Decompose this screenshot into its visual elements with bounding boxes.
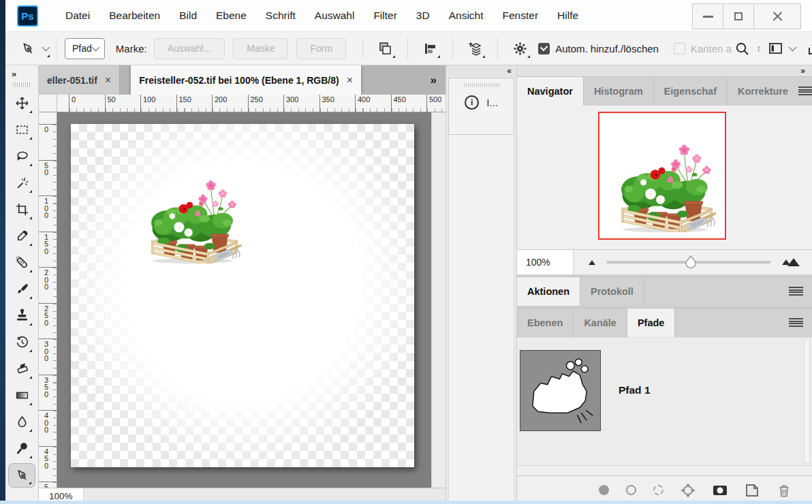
dodge-tool[interactable]: [8, 437, 35, 461]
menu-item[interactable]: Bearbeiten: [99, 0, 170, 31]
panel-dock: » Navigator Histogram Eigenschaf Korrekt…: [516, 65, 812, 504]
panel-menu-icon[interactable]: [789, 287, 803, 296]
arrange-layers-button[interactable]: [467, 41, 483, 57]
collapsed-dock-body: [448, 135, 514, 502]
healing-brush-tool[interactable]: [8, 251, 35, 275]
menu-item[interactable]: Ebene: [206, 0, 256, 31]
photoshop-window: Ps DateiBearbeitenBildEbeneSchriftAuswah…: [0, 0, 812, 504]
tab-ebenen[interactable]: Ebenen: [517, 309, 574, 337]
history-brush-tool[interactable]: [8, 330, 35, 355]
fill-path-button[interactable]: [599, 485, 609, 495]
auto-add-delete-checkbox[interactable]: [538, 43, 550, 54]
navigator-zoom-field[interactable]: 100%: [517, 250, 574, 274]
menu-item[interactable]: 3D: [407, 0, 439, 31]
minimize-button[interactable]: [692, 3, 723, 29]
document-tab-active[interactable]: Freisteller-052.tif bei 100% (Ebene 1, R…: [131, 65, 361, 95]
maximize-icon: [734, 12, 743, 20]
options-bar: Pfad Marke: Auswahl... Maske Form: [5, 32, 812, 65]
stroke-path-button[interactable]: [626, 485, 636, 495]
tab-histogram[interactable]: Histogram: [584, 77, 654, 106]
move-tool[interactable]: [8, 91, 35, 116]
toolbar-expand-button[interactable]: »: [5, 65, 21, 80]
document-tab[interactable]: eller-051.tif ×: [39, 65, 120, 95]
maximize-button[interactable]: [723, 3, 754, 29]
marquee-tool[interactable]: [8, 118, 35, 142]
ruler-number: 350: [39, 375, 57, 411]
chevron-down-icon: [92, 44, 99, 51]
brush-tool[interactable]: [8, 277, 35, 302]
workspace-button[interactable]: [768, 41, 794, 57]
blur-tool[interactable]: [8, 410, 35, 435]
tab-overflow-button[interactable]: »: [420, 74, 446, 87]
magic-wand-tool[interactable]: [8, 171, 35, 195]
pen-settings-gear-button[interactable]: [512, 41, 528, 57]
ruler-number: 400: [39, 410, 57, 446]
mask-from-path-button[interactable]: [713, 483, 728, 498]
pen-tool[interactable]: [8, 463, 35, 488]
tab-kanaele[interactable]: Kanäle: [574, 309, 627, 337]
tool-mode-select[interactable]: Pfad: [65, 38, 105, 59]
menu-item[interactable]: Datei: [56, 0, 99, 31]
path-list-item[interactable]: Pfad 1: [520, 345, 802, 435]
tab-protokoll[interactable]: Protokoll: [580, 277, 644, 306]
gradient-tool[interactable]: [8, 383, 35, 408]
path-align-button[interactable]: [422, 41, 438, 57]
paths-panel-tabs: Ebenen Kanäle Pfade: [517, 308, 812, 337]
tab-eigenschaften[interactable]: Eigenschaf: [654, 77, 728, 106]
tab-korrekturen[interactable]: Korrekture: [728, 77, 798, 106]
ruler-number: 500: [39, 482, 57, 488]
tab-navigator[interactable]: Navigator: [517, 77, 584, 106]
path-name[interactable]: Pfad 1: [619, 384, 651, 396]
load-selection-button[interactable]: [653, 485, 663, 495]
paths-scrollbar[interactable]: [804, 339, 810, 464]
stroke-path-icon: [626, 485, 636, 495]
menu-item[interactable]: Schrift: [256, 0, 305, 31]
vertical-scrollbar[interactable]: [431, 112, 446, 488]
crop-tool[interactable]: [8, 198, 35, 222]
separator: [452, 37, 453, 59]
panel-menu-icon[interactable]: [789, 318, 803, 328]
path-thumbnail[interactable]: [520, 350, 601, 431]
info-panel-button[interactable]: i I...: [465, 95, 498, 110]
path-operations-button[interactable]: [377, 41, 393, 57]
panel-menu-icon[interactable]: [798, 86, 812, 96]
tab-pfade[interactable]: Pfade: [627, 309, 676, 337]
eyedropper-tool[interactable]: [8, 224, 35, 249]
current-tool-pen[interactable]: [20, 41, 48, 56]
expand-panels-button[interactable]: »: [517, 65, 812, 76]
close-button[interactable]: [753, 3, 801, 29]
navigator-proxy-view[interactable]: [598, 112, 726, 240]
search-button[interactable]: [734, 41, 750, 57]
tab-close-icon[interactable]: ×: [347, 74, 353, 86]
menu-item[interactable]: Auswahl: [305, 0, 364, 31]
zoom-in-mountain-icon[interactable]: [787, 258, 800, 266]
lasso-tool[interactable]: [8, 144, 35, 169]
actions-panel-tabs: Aktionen Protokoll: [517, 277, 812, 306]
pasteboard[interactable]: [57, 112, 431, 488]
navigator-zoom-slider[interactable]: [606, 261, 771, 264]
collapse-panels-button[interactable]: «: [446, 65, 516, 76]
vertical-ruler: 050100150200250300350400450500: [39, 112, 57, 488]
zoom-out-mountain-icon[interactable]: [589, 260, 595, 265]
slider-thumb[interactable]: [684, 255, 698, 270]
menu-item[interactable]: Hilfe: [548, 0, 588, 31]
delete-path-button[interactable]: [777, 483, 792, 498]
eraser-tool[interactable]: [8, 357, 35, 381]
canvas-document[interactable]: [71, 124, 414, 467]
tab-aktionen[interactable]: Aktionen: [517, 277, 580, 306]
tab-close-icon[interactable]: ×: [105, 74, 111, 86]
menu-item[interactable]: Fenster: [493, 0, 548, 31]
menubar: DateiBearbeitenBildEbeneSchriftAuswahlFi…: [56, 0, 588, 31]
clone-stamp-tool[interactable]: [8, 304, 35, 328]
toolbar-grip[interactable]: [13, 82, 31, 87]
desktop-edge: [0, 0, 5, 504]
separator: [362, 37, 363, 59]
panel-grip[interactable]: [464, 83, 499, 87]
menu-item[interactable]: Bild: [170, 0, 206, 31]
paths-list: Pfad 1: [517, 337, 812, 465]
menu-item[interactable]: Filter: [364, 0, 406, 31]
path-from-selection-button[interactable]: [681, 483, 696, 498]
new-path-button[interactable]: [745, 483, 760, 498]
share-button[interactable]: [807, 41, 812, 57]
menu-item[interactable]: Ansicht: [439, 0, 493, 31]
